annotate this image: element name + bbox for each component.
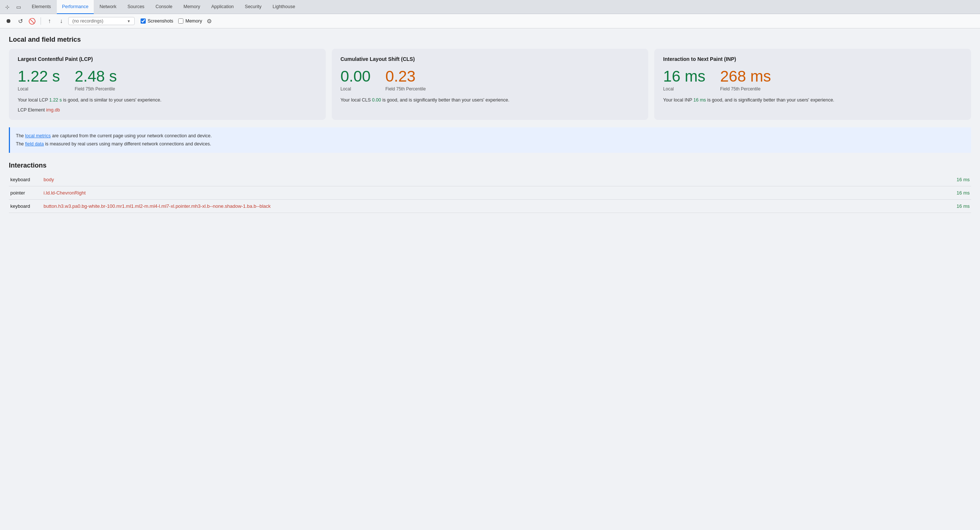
- cls-field-group: 0.23 Field 75th Percentile: [385, 68, 425, 92]
- tab-application[interactable]: Application: [206, 0, 239, 14]
- device-icon[interactable]: ▭: [14, 3, 23, 11]
- lcp-local-group: 1.22 s Local: [18, 68, 60, 92]
- tab-bar: ⊹ ▭ Elements Performance Network Sources…: [0, 0, 980, 14]
- cls-local-label: Local: [340, 86, 371, 92]
- inp-title: Interaction to Next Paint (INP): [663, 56, 962, 62]
- inp-local-group: 16 ms Local: [663, 68, 705, 92]
- info-line-2: The field data is measured by real users…: [16, 140, 965, 148]
- lcp-values: 1.22 s Local 2.48 s Field 75th Percentil…: [18, 68, 317, 92]
- local-metrics-link[interactable]: local metrics: [25, 133, 51, 138]
- lcp-local-label: Local: [18, 86, 60, 92]
- lcp-description: Your local LCP 1.22 s is good, and is si…: [18, 97, 317, 104]
- interactions-table: keyboard body 16 ms pointer i.ld.ld-Chev…: [9, 173, 971, 213]
- inp-card: Interaction to Next Paint (INP) 16 ms Lo…: [654, 49, 971, 120]
- pointer-icon[interactable]: ⊹: [3, 3, 12, 11]
- interaction-duration: 16 ms: [911, 186, 971, 199]
- tab-sources[interactable]: Sources: [123, 0, 150, 14]
- lcp-element: LCP Element img.db: [18, 107, 317, 113]
- interaction-element[interactable]: i.ld.ld-ChevronRight: [42, 186, 911, 199]
- devtools-icons: ⊹ ▭: [3, 3, 23, 11]
- lcp-title: Largest Contentful Paint (LCP): [18, 56, 317, 62]
- inp-values: 16 ms Local 268 ms Field 75th Percentile: [663, 68, 962, 92]
- info-line-1: The local metrics are captured from the …: [16, 132, 965, 140]
- main-content: Local and field metrics Largest Contentf…: [0, 29, 980, 529]
- settings-icon[interactable]: ⚙: [204, 16, 214, 26]
- interaction-row: keyboard button.h3.w3.pa0.bg-white.br-10…: [9, 199, 971, 213]
- lcp-local-value: 1.22 s: [18, 68, 60, 85]
- metrics-row: Largest Contentful Paint (LCP) 1.22 s Lo…: [9, 49, 971, 120]
- cls-values: 0.00 Local 0.23 Field 75th Percentile: [340, 68, 640, 92]
- screenshots-checkbox-label[interactable]: Screenshots: [141, 19, 173, 24]
- tab-memory[interactable]: Memory: [178, 0, 205, 14]
- screenshots-checkbox[interactable]: [141, 19, 146, 24]
- recordings-label: (no recordings): [72, 19, 103, 24]
- inp-description: Your local INP 16 ms is good, and is sig…: [663, 97, 962, 104]
- lcp-field-label: Field 75th Percentile: [75, 86, 116, 92]
- tab-console[interactable]: Console: [150, 0, 178, 14]
- tab-elements[interactable]: Elements: [27, 0, 56, 14]
- interaction-type: pointer: [9, 186, 42, 199]
- clear-button[interactable]: 🚫: [27, 16, 37, 26]
- cls-field-label: Field 75th Percentile: [385, 86, 425, 92]
- inp-field-value: 268 ms: [720, 68, 771, 85]
- upload-button[interactable]: ↑: [45, 16, 54, 26]
- inp-field-group: 268 ms Field 75th Percentile: [720, 68, 771, 92]
- reload-button[interactable]: ↺: [16, 16, 25, 26]
- cls-local-value: 0.00: [340, 68, 371, 85]
- tab-security[interactable]: Security: [240, 0, 267, 14]
- interaction-element[interactable]: body: [42, 173, 911, 186]
- interaction-duration: 16 ms: [911, 173, 971, 186]
- interaction-type: keyboard: [9, 199, 42, 213]
- lcp-element-link[interactable]: img.db: [46, 107, 60, 113]
- checkbox-group: Screenshots Memory: [141, 19, 202, 24]
- field-data-link[interactable]: field data: [25, 142, 44, 146]
- performance-toolbar: ⏺ ↺ 🚫 ↑ ↓ (no recordings) ▼ Screenshots …: [0, 14, 980, 29]
- toolbar-divider: [41, 18, 41, 25]
- inp-local-value: 16 ms: [663, 68, 705, 85]
- tab-network[interactable]: Network: [94, 0, 122, 14]
- lcp-field-value: 2.48 s: [75, 68, 116, 85]
- memory-label: Memory: [185, 19, 202, 24]
- info-box: The local metrics are captured from the …: [9, 127, 971, 153]
- dropdown-arrow-icon: ▼: [127, 19, 130, 23]
- interaction-duration: 16 ms: [911, 199, 971, 213]
- inp-field-label: Field 75th Percentile: [720, 86, 771, 92]
- interaction-row: keyboard body 16 ms: [9, 173, 971, 186]
- lcp-card: Largest Contentful Paint (LCP) 1.22 s Lo…: [9, 49, 326, 120]
- tab-performance[interactable]: Performance: [57, 0, 94, 14]
- cls-field-value: 0.23: [385, 68, 425, 85]
- lcp-field-group: 2.48 s Field 75th Percentile: [75, 68, 116, 92]
- interactions-title: Interactions: [9, 162, 971, 169]
- interaction-row: pointer i.ld.ld-ChevronRight 16 ms: [9, 186, 971, 199]
- record-button[interactable]: ⏺: [4, 16, 13, 26]
- cls-title: Cumulative Layout Shift (CLS): [340, 56, 640, 62]
- interaction-type: keyboard: [9, 173, 42, 186]
- tab-lighthouse[interactable]: Lighthouse: [267, 0, 300, 14]
- cls-card: Cumulative Layout Shift (CLS) 0.00 Local…: [332, 49, 649, 120]
- screenshots-label: Screenshots: [148, 19, 173, 24]
- memory-checkbox-label[interactable]: Memory: [178, 19, 202, 24]
- interaction-element[interactable]: button.h3.w3.pa0.bg-white.br-100.mr1.ml1…: [42, 199, 911, 213]
- local-field-metrics-title: Local and field metrics: [9, 36, 971, 43]
- inp-local-label: Local: [663, 86, 705, 92]
- download-button[interactable]: ↓: [56, 16, 66, 26]
- cls-desc-value: 0.00: [372, 97, 381, 103]
- recordings-dropdown[interactable]: (no recordings) ▼: [68, 17, 135, 25]
- memory-checkbox[interactable]: [178, 19, 183, 24]
- cls-description: Your local CLS 0.00 is good, and is sign…: [340, 97, 640, 104]
- inp-desc-value: 16 ms: [693, 97, 706, 103]
- lcp-desc-value: 1.22 s: [49, 97, 62, 103]
- cls-local-group: 0.00 Local: [340, 68, 371, 92]
